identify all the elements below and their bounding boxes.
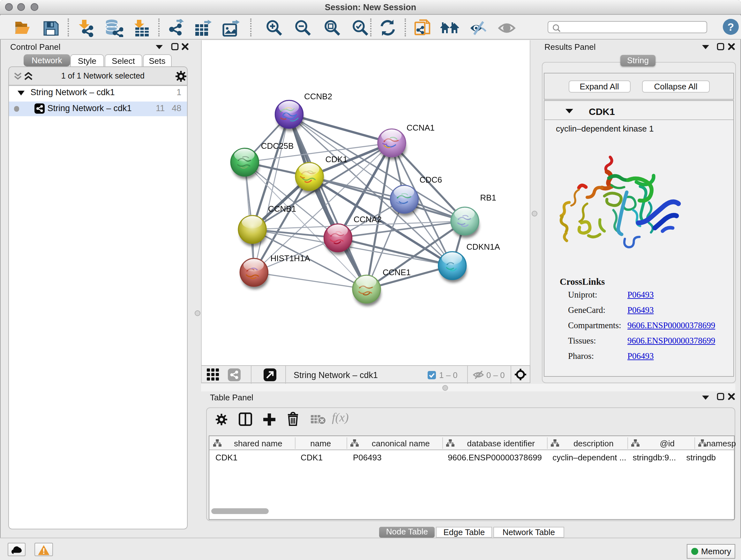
svg-text:HIST1H1A: HIST1H1A: [270, 253, 310, 263]
svg-text:CDKN1A: CDKN1A: [466, 242, 500, 251]
svg-text:CDK1: CDK1: [326, 154, 347, 164]
svg-text:CCNA2: CCNA2: [354, 214, 382, 224]
svg-text:CDC6: CDC6: [419, 175, 442, 184]
svg-text:CCNE1: CCNE1: [383, 267, 411, 277]
svg-text:CCNB1: CCNB1: [268, 204, 296, 213]
svg-text:?: ?: [727, 21, 734, 33]
svg-text:CDC25B: CDC25B: [261, 141, 294, 150]
svg-text:CCNB2: CCNB2: [304, 91, 332, 101]
svg-text:RB1: RB1: [480, 192, 496, 202]
svg-text:CCNA1: CCNA1: [407, 123, 434, 132]
